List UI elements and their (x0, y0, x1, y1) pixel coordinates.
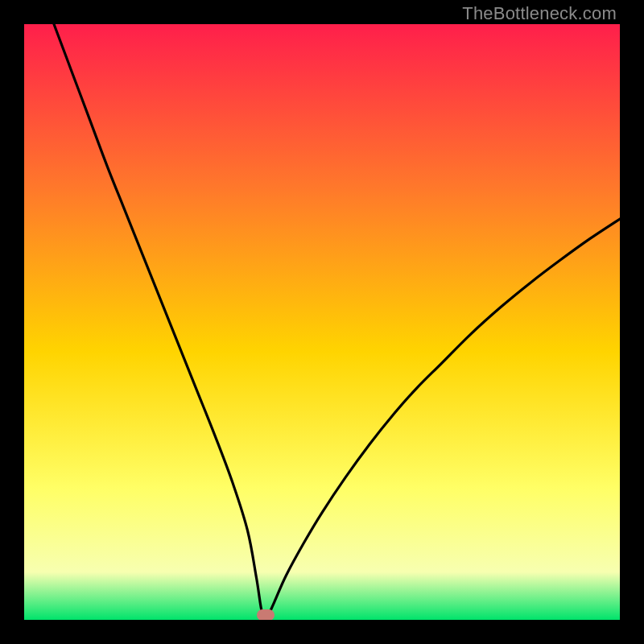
watermark-text: TheBottleneck.com (462, 3, 617, 24)
minimum-marker (257, 609, 275, 620)
plot-area (24, 24, 620, 620)
chart-frame (24, 24, 620, 620)
bottleneck-curve (24, 24, 620, 620)
